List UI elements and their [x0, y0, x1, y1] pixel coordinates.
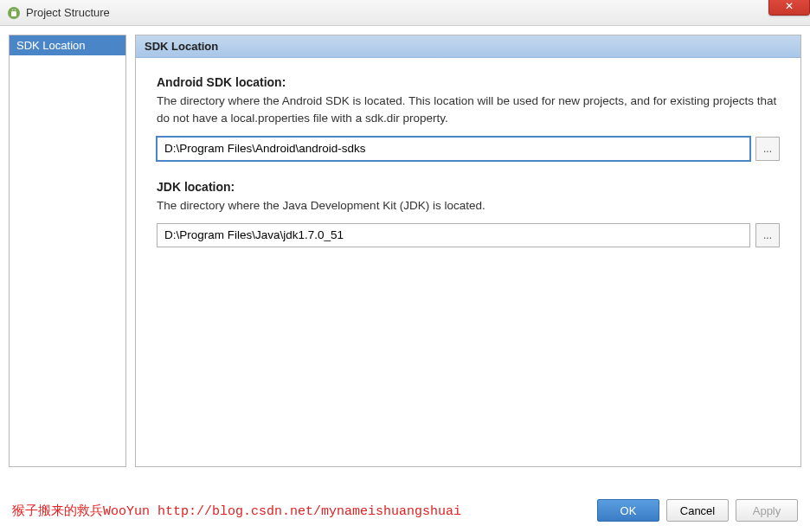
android-sdk-browse-button[interactable]: ... [755, 137, 780, 161]
svg-rect-1 [11, 11, 16, 16]
main-body: Android SDK location: The directory wher… [136, 58, 800, 284]
ellipsis-icon: ... [763, 143, 772, 155]
sidebar-item-label: SDK Location [16, 39, 86, 52]
android-sdk-input-row: ... [157, 137, 780, 161]
main-panel: SDK Location Android SDK location: The d… [135, 35, 801, 467]
sidebar-item-sdk-location[interactable]: SDK Location [10, 35, 125, 55]
titlebar: Project Structure ✕ [0, 0, 810, 26]
ok-button[interactable]: OK [597, 499, 659, 522]
ellipsis-icon: ... [763, 229, 772, 241]
jdk-title: JDK location: [157, 180, 780, 194]
app-icon [7, 6, 21, 20]
jdk-desc: The directory where the Java Development… [157, 197, 780, 215]
project-structure-window: Project Structure ✕ SDK Location SDK Loc… [0, 0, 810, 532]
watermark-text: 猴子搬来的救兵WooYun http://blog.csdn.net/mynam… [12, 503, 461, 519]
android-sdk-section: Android SDK location: The directory wher… [157, 75, 780, 161]
apply-button[interactable]: Apply [736, 499, 798, 522]
main-header: SDK Location [136, 35, 800, 58]
content-area: SDK Location SDK Location Android SDK lo… [0, 26, 810, 476]
close-icon: ✕ [785, 0, 794, 12]
cancel-button[interactable]: Cancel [666, 499, 729, 522]
jdk-browse-button[interactable]: ... [755, 223, 780, 247]
android-sdk-path-input[interactable] [157, 137, 750, 161]
close-button[interactable]: ✕ [768, 0, 810, 16]
jdk-input-row: ... [157, 223, 780, 247]
sidebar: SDK Location [9, 35, 126, 467]
jdk-path-input[interactable] [157, 223, 750, 247]
svg-point-3 [15, 9, 16, 10]
android-sdk-desc: The directory where the Android SDK is l… [157, 93, 780, 128]
window-title: Project Structure [26, 6, 110, 19]
footer-buttons: OK Cancel Apply [597, 499, 798, 522]
footer: 猴子搬来的救兵WooYun http://blog.csdn.net/mynam… [0, 499, 810, 522]
jdk-section: JDK location: The directory where the Ja… [157, 180, 780, 247]
android-sdk-title: Android SDK location: [157, 75, 780, 89]
svg-point-2 [12, 9, 14, 10]
